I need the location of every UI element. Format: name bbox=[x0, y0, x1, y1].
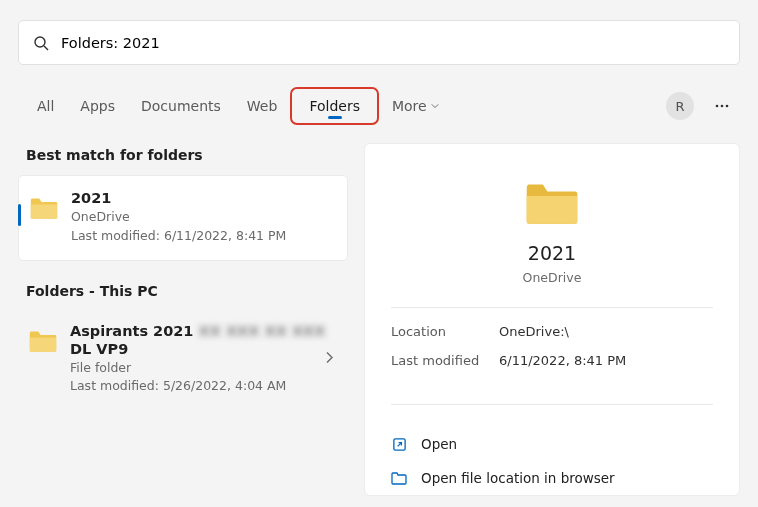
svg-point-3 bbox=[721, 105, 724, 108]
result-modified: Last modified: 6/11/2022, 8:41 PM bbox=[71, 227, 286, 246]
folder-icon bbox=[28, 329, 58, 353]
chevron-right-icon bbox=[324, 350, 334, 369]
tab-all[interactable]: All bbox=[24, 92, 67, 120]
svg-line-1 bbox=[44, 46, 48, 50]
tabs-row: All Apps Documents Web Folders More R bbox=[0, 87, 758, 125]
meta-value: 6/11/2022, 8:41 PM bbox=[499, 353, 626, 368]
svg-point-2 bbox=[716, 105, 719, 108]
open-icon bbox=[391, 436, 407, 452]
chevron-down-icon bbox=[431, 102, 439, 110]
result-item[interactable]: Aspirants 2021 XX XXX XX XXX DL VP9 File… bbox=[18, 311, 348, 409]
search-input[interactable] bbox=[61, 35, 725, 51]
divider bbox=[391, 307, 713, 308]
user-avatar[interactable]: R bbox=[666, 92, 694, 120]
results-panel: Best match for folders 2021 OneDrive Las… bbox=[18, 143, 348, 496]
tab-documents[interactable]: Documents bbox=[128, 92, 234, 120]
tab-more[interactable]: More bbox=[379, 92, 452, 120]
result-modified: Last modified: 5/26/2022, 4:04 AM bbox=[70, 377, 325, 396]
action-open[interactable]: Open bbox=[391, 427, 713, 461]
result-best-match[interactable]: 2021 OneDrive Last modified: 6/11/2022, … bbox=[18, 175, 348, 261]
search-bar[interactable] bbox=[18, 20, 740, 65]
section-this-pc: Folders - This PC bbox=[18, 279, 348, 311]
result-title-line2: DL VP9 bbox=[70, 341, 325, 357]
result-title: 2021 bbox=[71, 190, 286, 206]
svg-point-0 bbox=[35, 37, 45, 47]
content: Best match for folders 2021 OneDrive Las… bbox=[0, 143, 758, 496]
tab-folders[interactable]: Folders bbox=[290, 87, 379, 125]
section-best-match: Best match for folders bbox=[18, 143, 348, 175]
meta-modified: Last modified 6/11/2022, 8:41 PM bbox=[391, 353, 713, 368]
redacted-text: XX XXX XX XXX bbox=[199, 323, 326, 339]
meta-label: Location bbox=[391, 324, 499, 339]
folder-icon-large bbox=[523, 180, 581, 226]
meta-location: Location OneDrive:\ bbox=[391, 324, 713, 339]
divider bbox=[391, 404, 713, 405]
meta-value: OneDrive:\ bbox=[499, 324, 569, 339]
folder-icon bbox=[29, 196, 59, 220]
tab-more-label: More bbox=[392, 98, 427, 114]
preview-title: 2021 bbox=[391, 242, 713, 264]
ellipsis-icon bbox=[714, 98, 730, 114]
svg-point-4 bbox=[726, 105, 729, 108]
result-type: File folder bbox=[70, 359, 325, 378]
tab-apps[interactable]: Apps bbox=[67, 92, 128, 120]
actions: Open Open file location in browser bbox=[391, 427, 713, 495]
folder-open-icon bbox=[391, 470, 407, 486]
action-open-location[interactable]: Open file location in browser bbox=[391, 461, 713, 495]
result-source: OneDrive bbox=[71, 208, 286, 227]
meta-label: Last modified bbox=[391, 353, 499, 368]
search-icon bbox=[33, 35, 49, 51]
more-options-button[interactable] bbox=[710, 94, 734, 118]
action-label: Open bbox=[421, 436, 457, 452]
action-label: Open file location in browser bbox=[421, 470, 615, 486]
preview-panel: 2021 OneDrive Location OneDrive:\ Last m… bbox=[364, 143, 740, 496]
result-title: Aspirants 2021 XX XXX XX XXX bbox=[70, 323, 325, 339]
tab-web[interactable]: Web bbox=[234, 92, 291, 120]
preview-source: OneDrive bbox=[391, 270, 713, 285]
